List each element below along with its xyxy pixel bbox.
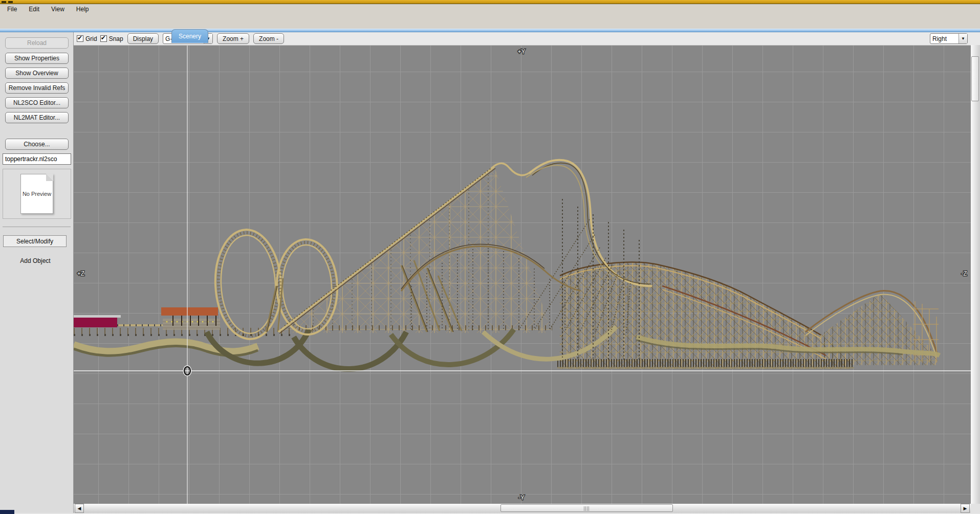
grid-checkbox-label: Grid bbox=[85, 35, 97, 42]
preview-panel: No Preview bbox=[3, 169, 71, 219]
horizontal-scrollbar[interactable]: ◀ ▶ bbox=[74, 504, 971, 513]
chevron-down-icon[interactable]: ▼ bbox=[959, 34, 967, 43]
coaster-side-view-canvas: +Y -Y +Z -Z bbox=[74, 46, 971, 504]
axis-label-right: -Z bbox=[961, 270, 967, 277]
axis-label-top: +Y bbox=[517, 48, 525, 55]
window-menu-icon bbox=[8, 1, 13, 3]
mode-tab-add-object[interactable]: Add Object bbox=[0, 257, 71, 264]
grid-checkmark-icon: ✔ bbox=[77, 34, 82, 41]
snap-checkbox-label: Snap bbox=[109, 35, 123, 42]
axis-label-bottom: -Y bbox=[518, 494, 525, 501]
window-titlebar[interactable] bbox=[0, 0, 980, 4]
zoom-out-button[interactable]: Zoom - bbox=[253, 33, 284, 44]
axis-label-left: +Z bbox=[77, 270, 84, 277]
show-overview-button[interactable]: Show Overview bbox=[5, 68, 69, 79]
scroll-right-arrow[interactable]: ▶ bbox=[961, 504, 970, 513]
window-icon bbox=[2, 1, 6, 3]
tab-scenery[interactable]: Scenery bbox=[171, 29, 208, 43]
scenery-filename-field[interactable] bbox=[3, 153, 71, 165]
show-properties-button[interactable]: Show Properties bbox=[5, 53, 69, 64]
vertical-scroll-thumb[interactable] bbox=[971, 56, 979, 101]
view-direction-dropdown[interactable]: Right ▼ bbox=[930, 33, 968, 44]
no-preview-label: No Preview bbox=[21, 191, 53, 197]
view-direction-value: Right bbox=[930, 35, 959, 42]
scroll-left-arrow[interactable]: ◀ bbox=[75, 504, 84, 513]
cutoff-bottom-element bbox=[0, 510, 14, 514]
menu-file[interactable]: File bbox=[3, 5, 21, 14]
reload-button[interactable]: Reload bbox=[5, 37, 69, 49]
remove-invalid-refs-button[interactable]: Remove Invalid Refs bbox=[5, 82, 69, 94]
page-fold-corner bbox=[46, 174, 53, 181]
menu-view[interactable]: View bbox=[47, 5, 69, 14]
grid-checkbox-group: ✔ Grid bbox=[77, 35, 97, 42]
vertical-scrollbar[interactable]: ▲ ▼ bbox=[971, 45, 980, 504]
display-button[interactable]: Display bbox=[127, 33, 159, 44]
zoom-in-button[interactable]: Zoom + bbox=[217, 33, 249, 44]
viewport-toolbar: ✔ Grid ✔ Snap Display G-Force Comb ▼ Zoo… bbox=[74, 32, 980, 45]
horizontal-scroll-thumb[interactable] bbox=[500, 504, 673, 512]
thumb-grip-icon bbox=[584, 506, 590, 511]
scenery-sidebar: Reload Show Properties Show Overview Rem… bbox=[0, 32, 74, 514]
scrollbar-corner bbox=[971, 504, 980, 514]
choose-button[interactable]: Choose... bbox=[5, 139, 69, 150]
menu-help[interactable]: Help bbox=[72, 5, 94, 14]
nl2sco-editor-button[interactable]: NL2SCO Editor... bbox=[5, 97, 69, 108]
snap-checkbox-group: ✔ Snap bbox=[100, 35, 123, 42]
menu-edit[interactable]: Edit bbox=[24, 5, 44, 14]
nolimits-editor-window: File Edit View Help Park Coaster Track E… bbox=[0, 0, 980, 514]
main-tab-bar: Park Coaster Track Element Supports Terr… bbox=[0, 14, 980, 29]
snap-checkmark-icon: ✔ bbox=[101, 34, 106, 41]
no-preview-page-icon: No Preview bbox=[20, 174, 53, 214]
sidebar-divider bbox=[3, 227, 71, 227]
menu-bar: File Edit View Help bbox=[0, 4, 980, 14]
grid-checkbox[interactable]: ✔ bbox=[77, 35, 83, 42]
editor-viewport[interactable]: +Y -Y +Z -Z bbox=[74, 45, 971, 504]
mode-tab-select-modify[interactable]: Select/Modify bbox=[3, 235, 67, 247]
active-tab-highlight-strip bbox=[0, 29, 980, 32]
nl2mat-editor-button[interactable]: NL2MAT Editor... bbox=[5, 112, 69, 123]
snap-checkbox[interactable]: ✔ bbox=[100, 35, 107, 42]
